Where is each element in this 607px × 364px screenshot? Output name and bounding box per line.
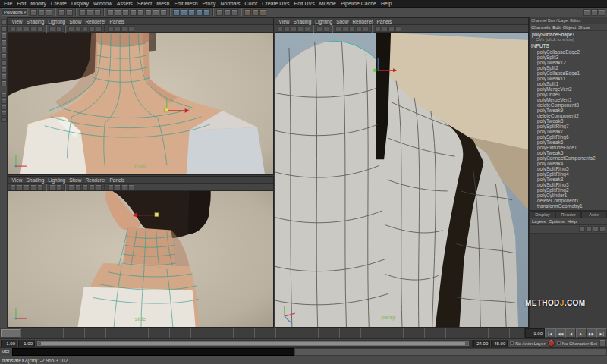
history-node-item[interactable]: polySplitRing3 <box>530 182 607 187</box>
command-language-toggle[interactable]: MEL <box>0 348 12 356</box>
history-node-item[interactable]: polySplitRing5 <box>530 166 607 171</box>
history-node-item[interactable]: polyTweak8 <box>530 118 607 124</box>
input-connections-icon[interactable] <box>216 9 223 16</box>
command-line-input[interactable] <box>12 348 294 356</box>
hypershade-persp-layout-icon[interactable] <box>1 111 7 116</box>
camera-attributes-icon[interactable] <box>24 184 30 190</box>
select-tool-icon[interactable] <box>1 19 7 25</box>
shape-node-name[interactable]: polySurfaceShape1 <box>530 31 607 37</box>
history-node-item[interactable]: polyTweak3 <box>530 177 607 182</box>
single-pane-layout-icon[interactable] <box>1 93 7 98</box>
lights-mode-icon[interactable] <box>128 184 134 190</box>
menu-item[interactable]: Edit Mesh <box>171 1 200 6</box>
textured-mode-icon[interactable] <box>121 26 127 32</box>
four-view-layout-icon[interactable] <box>1 99 7 104</box>
history-node-item[interactable]: polyConnectComponents2 <box>530 155 607 161</box>
history-node-item[interactable]: polyExtrudeFace1 <box>530 145 607 150</box>
mask-rendering-icon[interactable] <box>153 9 159 16</box>
resolution-gate-icon[interactable] <box>349 26 355 32</box>
textured-mode-icon[interactable] <box>388 26 395 32</box>
snap-grid-icon[interactable] <box>173 9 180 16</box>
save-scene-icon[interactable] <box>46 9 52 16</box>
show-channel-box-icon[interactable] <box>599 9 605 16</box>
panel-menu-item[interactable]: Lighting <box>313 19 335 24</box>
persp-outliner-layout-icon[interactable] <box>1 105 7 110</box>
history-node-item[interactable]: deleteComponent3 <box>530 102 607 108</box>
snap-view-icon[interactable] <box>203 9 210 16</box>
range-handle-end[interactable] <box>465 342 468 345</box>
new-empty-layer-icon[interactable] <box>593 226 599 232</box>
anim-layer-checkbox[interactable] <box>510 341 514 345</box>
character-set-checkbox[interactable] <box>557 341 561 345</box>
select-component-icon[interactable] <box>94 9 101 16</box>
gate-mask-icon[interactable] <box>89 26 95 32</box>
show-manipulator-tool-icon[interactable] <box>1 74 7 80</box>
menu-set-selector[interactable]: Polygons ▾ <box>2 8 28 16</box>
field-chart-icon[interactable] <box>96 26 102 32</box>
menu-item[interactable]: Mesh <box>154 1 171 6</box>
2d-pan-zoom-icon[interactable] <box>49 26 55 32</box>
panel-menu-item[interactable]: Panels <box>108 19 127 24</box>
channel-box-menu-item[interactable]: Show <box>578 25 590 30</box>
history-node-item[interactable]: polySplitRing7 <box>530 124 607 129</box>
history-node-item[interactable]: polySplit2 <box>530 65 607 71</box>
menu-item[interactable]: Window <box>91 1 115 6</box>
panel-menu-item[interactable]: Renderer <box>83 177 108 183</box>
layer-editor-tab[interactable]: Render <box>555 211 581 218</box>
channel-box-menu-item[interactable]: Edit <box>552 25 560 30</box>
snap-plane-icon[interactable] <box>196 9 203 16</box>
playback-start-field[interactable]: 1.00 <box>18 340 35 347</box>
transport-button[interactable]: ▶ <box>576 328 587 338</box>
history-node-item[interactable]: deleteComponent1 <box>530 198 607 203</box>
channel-box-menu-item[interactable]: Object <box>563 25 576 30</box>
image-plane-icon[interactable] <box>37 184 43 190</box>
animation-end-field[interactable]: 48.00 <box>491 340 508 347</box>
panel-menu-item[interactable]: Renderer <box>83 19 108 24</box>
soft-modification-tool-icon[interactable] <box>1 67 7 73</box>
shaded-mode-icon[interactable] <box>115 184 121 190</box>
mask-handles-icon[interactable] <box>107 9 114 16</box>
construction-history-icon[interactable] <box>231 9 238 16</box>
wireframe-mode-icon[interactable] <box>108 26 114 32</box>
time-slider[interactable] <box>0 328 525 338</box>
history-node-item[interactable]: polySplitRing6 <box>530 134 607 140</box>
camera-attributes-icon[interactable] <box>24 26 30 32</box>
history-node-item[interactable]: polyTweak4 <box>530 161 607 166</box>
grid-toggle-icon[interactable] <box>68 184 74 190</box>
select-camera-icon[interactable] <box>277 26 283 32</box>
redo-icon[interactable] <box>66 9 73 16</box>
layer-editor-menu-item[interactable]: Layers <box>532 219 546 224</box>
output-connections-icon[interactable] <box>224 9 231 16</box>
layer-editor-menu-item[interactable]: Options <box>549 219 565 224</box>
film-gate-icon[interactable] <box>342 26 348 32</box>
mask-deformations-icon[interactable] <box>137 9 144 16</box>
grease-pencil-icon[interactable] <box>56 184 62 190</box>
mask-joints-icon[interactable] <box>115 9 121 16</box>
lock-camera-icon[interactable] <box>17 26 23 32</box>
snap-point-icon[interactable] <box>188 9 195 16</box>
image-plane-icon[interactable] <box>37 26 43 32</box>
panel-menu-item[interactable]: Shading <box>24 177 46 183</box>
animation-preferences-icon[interactable] <box>599 340 606 347</box>
anim-layer-selector[interactable]: No Anim Layer <box>508 341 546 346</box>
2d-pan-zoom-icon[interactable] <box>316 26 322 32</box>
image-plane-icon[interactable] <box>304 26 310 32</box>
viewport-side[interactable]: side <box>8 191 273 327</box>
layer-up-icon[interactable] <box>579 226 585 232</box>
menu-item[interactable]: Create UVs <box>259 1 291 6</box>
panel-menu-item[interactable]: View <box>10 19 24 24</box>
panel-menu-item[interactable]: Panels <box>108 177 127 183</box>
range-slider[interactable] <box>36 340 473 347</box>
open-scene-icon[interactable] <box>38 9 45 16</box>
lasso-select-tool-icon[interactable] <box>1 26 7 32</box>
history-node-item[interactable]: polyTweak6 <box>530 140 607 145</box>
resolution-gate-icon[interactable] <box>82 26 88 32</box>
viewport-persp[interactable]: persp <box>275 33 528 327</box>
range-handle-start[interactable] <box>38 342 41 345</box>
auto-keyframe-toggle[interactable] <box>548 340 555 347</box>
menu-item[interactable]: Modify <box>28 1 49 6</box>
select-hierarchy-icon[interactable] <box>79 9 86 16</box>
scale-tool-icon[interactable] <box>1 53 7 59</box>
range-bar[interactable] <box>37 341 469 346</box>
select-object-icon[interactable] <box>86 9 93 16</box>
